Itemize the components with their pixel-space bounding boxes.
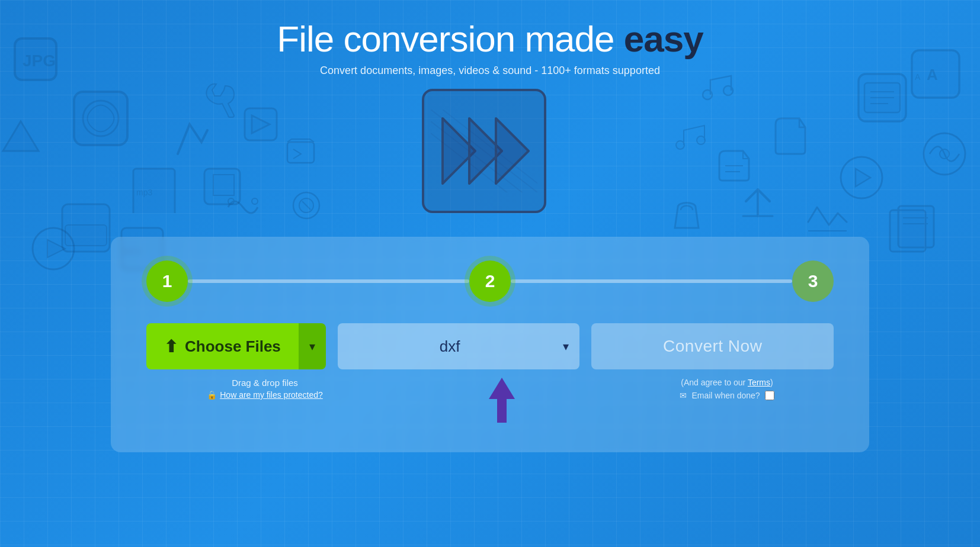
hero-illustration xyxy=(422,89,558,225)
up-arrow-head xyxy=(489,378,515,399)
up-arrow-shaft xyxy=(497,399,507,423)
choose-files-button[interactable]: ⬆ Choose Files xyxy=(146,323,299,369)
format-select-wrapper: dxf pdf png jpg mp4 mp3 docx ▾ xyxy=(338,323,580,369)
lock-icon: 🔒 xyxy=(207,390,217,400)
format-select[interactable]: dxf pdf png jpg mp4 mp3 docx xyxy=(338,323,580,369)
email-icon: ✉ xyxy=(680,391,687,400)
file-protection-row: 🔒 How are my files protected? xyxy=(146,390,383,400)
helpers-row: Drag & drop files 🔒 How are my files pro… xyxy=(146,378,834,423)
terms-area: (And agree to our Terms) ✉ Email when do… xyxy=(620,378,834,400)
email-row: ✉ Email when done? xyxy=(620,391,834,400)
main-content: File conversion made easy Convert docume… xyxy=(0,0,980,452)
step-2: 2 xyxy=(469,260,511,302)
chevron-down-icon: ▾ xyxy=(309,339,315,353)
svg-marker-47 xyxy=(496,118,529,184)
step-1: 1 xyxy=(146,260,188,302)
steps-row: 1 2 3 xyxy=(146,260,834,302)
page-subtitle: Convert documents, images, videos & soun… xyxy=(320,65,660,77)
choose-files-wrapper: ⬆ Choose Files ▾ xyxy=(146,323,326,369)
step-line-2 xyxy=(511,279,792,283)
arrow-indicator xyxy=(395,378,609,423)
terms-text: (And agree to our Terms) xyxy=(620,378,834,387)
step-3: 3 xyxy=(792,260,834,302)
terms-link[interactable]: Terms xyxy=(748,378,770,387)
converter-card: 1 2 3 ⬆ Choose Files ▾ xyxy=(111,237,869,452)
actions-row: ⬆ Choose Files ▾ dxf pdf png jpg mp4 mp3… xyxy=(146,323,834,369)
choose-files-dropdown-button[interactable]: ▾ xyxy=(299,323,326,369)
file-protection-link[interactable]: How are my files protected? xyxy=(220,390,323,400)
step-line-1 xyxy=(188,279,469,283)
page-title: File conversion made easy xyxy=(277,18,703,60)
drag-drop-text: Drag & drop files xyxy=(146,378,383,388)
convert-now-button[interactable]: Convert Now xyxy=(591,323,834,369)
play-arrows-svg xyxy=(431,110,537,192)
upload-icon: ⬆ xyxy=(164,337,178,356)
drag-drop-area: Drag & drop files 🔒 How are my files pro… xyxy=(146,378,383,400)
email-checkbox[interactable] xyxy=(765,391,774,400)
